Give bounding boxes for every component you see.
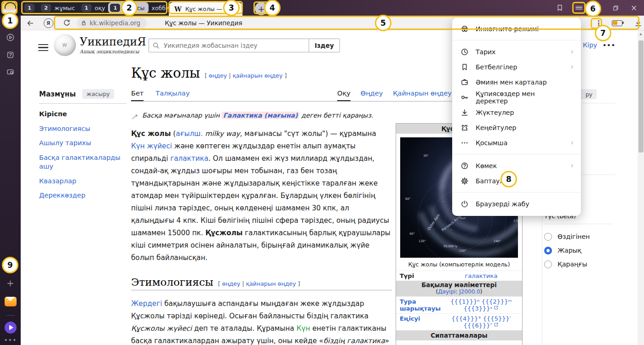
text-segment: Басқа мағыналар үшін <box>142 112 222 119</box>
edit-source-link[interactable]: қайнарын өңдеу <box>233 72 283 79</box>
toc-hide-button[interactable]: жасыру <box>82 89 114 99</box>
menu-item[interactable]: Тарих › <box>452 44 581 59</box>
section-edit-links: [ өңдеу | қайнарын өңдеу ] <box>218 280 300 287</box>
article-view-tab[interactable]: Қайнарын өңдеу <box>393 90 452 101</box>
menu-item[interactable] <box>452 154 581 154</box>
alice-assistant-icon[interactable] <box>0 322 21 334</box>
menu-item[interactable] <box>452 40 581 40</box>
sidebar-add-icon[interactable]: + <box>0 277 21 288</box>
menu-item[interactable]: Браузерді жабу <box>452 196 581 211</box>
article-view-tab[interactable]: Оқу <box>337 90 351 101</box>
annotation-box-tab-groups <box>21 1 167 14</box>
login-link[interactable]: Кіру <box>583 41 597 49</box>
personal-more-icon[interactable]: ••• <box>603 42 615 49</box>
infobox-row-label[interactable]: Еңісуі <box>396 314 440 330</box>
text-segment[interactable]: Галактика (мағына) <box>222 112 299 119</box>
text-segment: деп те аталады. Құрамына <box>192 324 296 333</box>
infobox-row-value[interactable]: галактика <box>440 271 522 281</box>
wikipedia-logo[interactable]: W <box>54 34 76 56</box>
appearance-panel: Түс (beta) Өздігінен Жарық <box>544 212 636 271</box>
epoch-link[interactable]: Дәуірі <box>438 288 455 295</box>
browser-window: 1 2 жұмыс 1 оқу 1 отбасы хобби W Құс жол… <box>0 0 644 345</box>
toc-item[interactable]: Квазарлар <box>39 177 126 186</box>
search-input[interactable] <box>149 39 309 52</box>
toc-header: Мазмұны <box>39 90 76 98</box>
text-segment[interactable]: Күн <box>296 324 310 333</box>
radio-icon[interactable] <box>544 247 552 255</box>
radio-label: Жарық <box>558 247 581 254</box>
divider <box>582 175 615 175</box>
screenshot-icon[interactable] <box>0 68 21 76</box>
table-of-contents: Мазмұны жасыру Кіріспе Этимологиясы Ашыл… <box>39 89 126 206</box>
scrollbar-thumb[interactable] <box>638 40 644 153</box>
infobox-row-value[interactable]: {{{4}}}° {{{5}}}′ {{{6}}}″ <box>440 314 522 330</box>
side-panel-bookmark-icon[interactable] <box>554 2 565 13</box>
text-segment[interactable]: Жердегі <box>131 300 162 308</box>
menu-item[interactable]: Жүктеулер <box>452 105 581 120</box>
wiki-menu-icon[interactable] <box>38 42 48 53</box>
text-segment[interactable]: Күн жүйесі <box>131 142 172 150</box>
yandex-button[interactable]: Я <box>43 17 54 28</box>
wikipedia-wordmark[interactable]: УикипедиЯ Ашық энциклопедиясы <box>80 35 146 54</box>
menu-item-icon <box>460 108 469 117</box>
text-segment: milky way <box>205 130 240 138</box>
infobox-caption: Құс жолы (компьютерлік модель) <box>396 258 522 271</box>
article-tab[interactable]: Бет <box>131 90 144 101</box>
infobox-section-header: Сипаттамалары <box>396 330 522 340</box>
menu-item[interactable]: Кеңейтулер <box>452 120 581 135</box>
mail-icon[interactable] <box>0 297 21 306</box>
callout-2: 2 <box>121 0 138 16</box>
menu-item-label: Кеңейтулер <box>476 124 516 131</box>
menu-item[interactable]: Бетбелгілер › <box>452 59 581 74</box>
article-tab[interactable]: Талқылау <box>155 90 190 101</box>
menu-item[interactable]: Қосымша › <box>452 135 581 150</box>
text-segment: ( <box>171 130 176 138</box>
edit-source-link[interactable]: қайнарын өңдеу <box>246 280 296 287</box>
text-segment[interactable]: ағылш. <box>176 130 203 138</box>
menu-item[interactable]: Көмек › <box>452 158 581 173</box>
callout-3: 3 <box>223 0 240 16</box>
color-radio-option[interactable]: Өздігінен <box>544 230 636 243</box>
paragraph: Құс жолы (ағылш. milky way, мағынасы "сү… <box>131 128 392 264</box>
edit-link[interactable]: өңдеу <box>209 72 227 79</box>
toc-item[interactable]: Этимологиясы <box>39 124 126 134</box>
color-radio-option[interactable]: Жарық <box>544 243 636 257</box>
toc-item[interactable]: Ашылу тарихы <box>39 139 126 148</box>
article-view-tab[interactable]: Өңдеу <box>361 90 383 101</box>
radio-icon[interactable] <box>544 233 552 241</box>
scrollbar-up-arrow[interactable]: ▲ <box>638 30 644 37</box>
text-segment[interactable]: галактика <box>170 154 208 163</box>
menu-item-icon <box>460 177 469 185</box>
toc-item[interactable]: Кіріспе <box>39 110 126 119</box>
toc-item[interactable]: Басқа галактикаларды ашу <box>39 153 126 171</box>
window-close-button[interactable]: × <box>628 2 639 13</box>
toc-item[interactable]: Дереккөздер <box>39 191 126 200</box>
external-link-icon <box>494 322 499 327</box>
menu-item[interactable] <box>452 192 581 192</box>
callout-1: 1 <box>2 12 18 29</box>
tabs-counter-icon[interactable] <box>0 51 21 59</box>
infobox-row-label[interactable]: Тура шарықтауы <box>396 297 440 313</box>
radio-icon[interactable] <box>544 260 552 268</box>
sidebar-more-icon[interactable]: ••• <box>0 336 21 344</box>
color-radio-option[interactable]: Қараңғы <box>544 257 636 271</box>
callout-4: 4 <box>264 0 281 16</box>
edit-link[interactable]: өңдеу <box>222 280 241 287</box>
menu-item[interactable]: Құпиясөздер мен деректер <box>452 90 581 105</box>
browser-sidebar: + ••• <box>0 16 21 345</box>
radio-label: Қараңғы <box>558 260 587 268</box>
window-restore-button[interactable] <box>610 2 621 13</box>
infobox-row-label: Түрі <box>396 271 440 281</box>
back-button[interactable] <box>24 17 35 28</box>
callout-8: 8 <box>500 171 517 187</box>
scrollbar[interactable]: ▲ <box>638 30 644 345</box>
menu-item[interactable]: Әмиян мен карталар <box>452 74 581 90</box>
video-player-icon[interactable] <box>0 33 21 42</box>
text-segment: Құсжолы <box>205 229 242 237</box>
chevron-right-icon: › <box>570 139 574 147</box>
search-button[interactable]: Іздеу <box>309 39 340 52</box>
infobox-row-value[interactable]: {{{1}}}ʰ {{{2}}}ᵐ {{{3}}}ˢ <box>440 297 522 313</box>
text-segment: біздің галактика <box>323 337 385 345</box>
divider <box>0 315 21 316</box>
search-icon <box>152 42 160 49</box>
